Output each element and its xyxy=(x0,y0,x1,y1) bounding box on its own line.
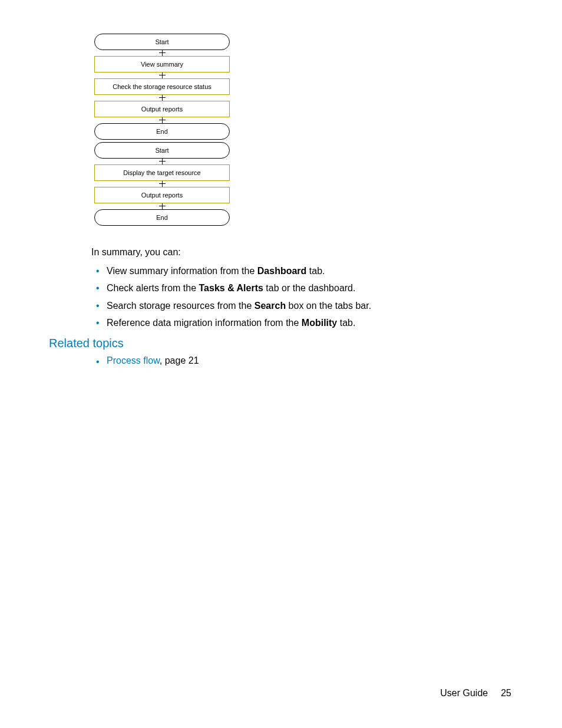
bullet-post: box on the tabs bar. xyxy=(286,301,371,311)
flow-connector xyxy=(94,95,230,101)
footer-doc-title: User Guide xyxy=(440,688,488,698)
flow-view-summary: View summary xyxy=(94,56,230,73)
flow-output-reports-1: Output reports xyxy=(94,101,230,117)
flow-connector xyxy=(94,73,230,78)
summary-bullets: View summary information from the Dashbo… xyxy=(91,265,515,330)
bullet-bold: Dashboard xyxy=(257,266,307,276)
flow-label: Output reports xyxy=(141,106,183,113)
flow-label: Display the target resource xyxy=(123,169,200,176)
bullet-pre: Check alerts from the xyxy=(107,283,199,293)
bullet-bold: Mobility xyxy=(302,318,337,328)
flow-connector xyxy=(94,117,230,123)
bullet-item: Search storage resources from the Search… xyxy=(107,299,515,312)
bullet-post: tab. xyxy=(337,318,355,328)
page-footer: User Guide25 xyxy=(440,688,511,699)
flow-connector xyxy=(94,203,230,209)
bullet-bold: Tasks & Alerts xyxy=(199,283,263,293)
flow-label: Check the storage resource status xyxy=(113,83,211,90)
page: Start View summary Check the storage res… xyxy=(0,0,562,728)
flow-label: End xyxy=(156,128,168,135)
flow-connector xyxy=(94,50,230,56)
bullet-item: Check alerts from the Tasks & Alerts tab… xyxy=(107,282,515,295)
flow-check-storage: Check the storage resource status xyxy=(94,78,230,95)
related-item-post: , page 21 xyxy=(160,355,199,365)
flow-end-1: End xyxy=(94,123,230,140)
flow-label: Start xyxy=(155,38,168,45)
flow-connector xyxy=(94,181,230,187)
intro-text: In summary, you can: xyxy=(91,246,515,259)
bullet-pre: View summary information from the xyxy=(107,266,257,276)
flow-display-target: Display the target resource xyxy=(94,164,230,181)
flow-end-2: End xyxy=(94,209,230,226)
bullet-bold: Search xyxy=(254,301,286,311)
flow-label: Output reports xyxy=(141,192,183,199)
bullet-item: Reference data migration information fro… xyxy=(107,317,515,330)
footer-page-number: 25 xyxy=(501,688,511,698)
bullet-item: View summary information from the Dashbo… xyxy=(107,265,515,278)
related-item: Process flow, page 21 xyxy=(107,355,515,366)
flow-label: View summary xyxy=(141,61,183,68)
bullet-post: tab. xyxy=(306,266,325,276)
bullet-pre: Search storage resources from the xyxy=(107,301,254,311)
body-text: In summary, you can: View summary inform… xyxy=(91,246,515,334)
flow-start-1: Start xyxy=(94,34,230,50)
bullet-post: tab or the dashboard. xyxy=(263,283,356,293)
flowchart: Start View summary Check the storage res… xyxy=(94,34,230,226)
flow-label: End xyxy=(156,214,168,221)
flow-start-2: Start xyxy=(94,142,230,159)
flow-output-reports-2: Output reports xyxy=(94,187,230,203)
related-topics-heading: Related topics xyxy=(49,337,124,350)
flow-label: Start xyxy=(155,147,168,154)
flow-connector xyxy=(94,159,230,164)
bullet-pre: Reference data migration information fro… xyxy=(107,318,302,328)
related-topics-list: Process flow, page 21 xyxy=(91,355,515,371)
process-flow-link[interactable]: Process flow xyxy=(107,355,160,365)
